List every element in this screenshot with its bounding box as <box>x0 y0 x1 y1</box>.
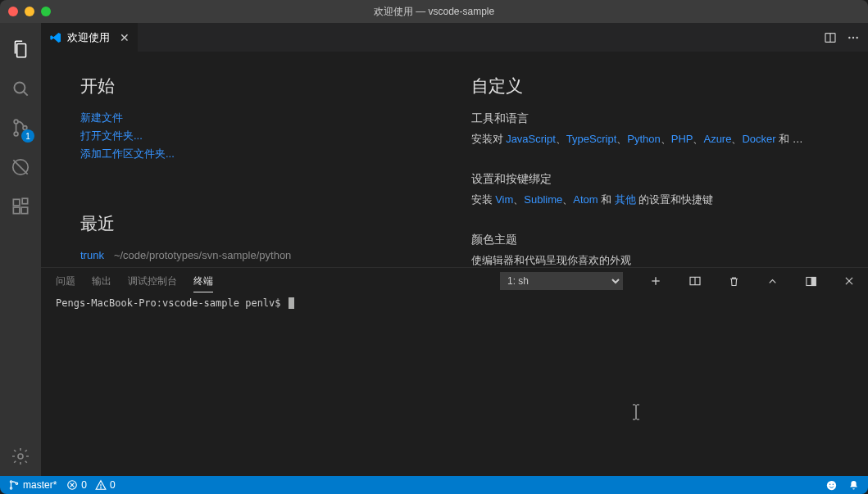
terminal-cursor <box>289 297 294 309</box>
svg-point-2 <box>14 120 18 124</box>
new-file-link[interactable]: 新建文件 <box>80 111 123 124</box>
svg-point-32 <box>101 487 102 488</box>
svg-point-35 <box>833 483 834 485</box>
svg-point-14 <box>848 36 850 38</box>
start-heading: 开始 <box>80 75 439 97</box>
close-panel-icon[interactable] <box>843 275 855 287</box>
source-control-icon[interactable]: 1 <box>0 108 41 147</box>
search-icon[interactable] <box>0 69 41 108</box>
svg-point-33 <box>827 480 836 489</box>
panel-tab-terminal[interactable]: 终端 <box>193 274 213 292</box>
split-terminal-icon[interactable] <box>688 274 702 288</box>
split-editor-icon[interactable] <box>824 31 837 44</box>
tools-link[interactable]: Docker <box>742 133 775 145</box>
tools-link[interactable]: Azure <box>703 133 731 145</box>
panel-layout-icon[interactable] <box>805 275 817 288</box>
svg-rect-10 <box>22 198 27 204</box>
window-title: 欢迎使用 — vscode-sample <box>0 5 868 19</box>
panel-tab-output[interactable]: 输出 <box>92 274 111 288</box>
window-zoom-dot[interactable] <box>41 7 51 16</box>
recent-path: ~/code/prototypes/svn-sample/python <box>114 249 291 261</box>
svg-rect-8 <box>13 207 20 214</box>
open-folder-link[interactable]: 打开文件夹... <box>80 129 143 142</box>
keymap-link[interactable]: Atom <box>573 193 598 206</box>
keymap-link[interactable]: Sublime <box>524 193 562 206</box>
svg-point-0 <box>14 82 25 93</box>
svg-point-15 <box>852 36 854 38</box>
keymap-link[interactable]: Vim <box>495 193 513 206</box>
customize-heading: 自定义 <box>471 75 829 97</box>
svg-point-25 <box>10 481 11 483</box>
tools-link[interactable]: PHP <box>671 133 693 145</box>
svg-point-11 <box>18 454 23 459</box>
svg-line-1 <box>24 92 28 96</box>
activity-bar: 1 <box>0 23 41 476</box>
keymap-subhead: 设置和按键绑定 <box>471 170 829 188</box>
text-caret-icon <box>631 404 641 420</box>
panel-up-icon[interactable] <box>766 275 779 288</box>
debug-icon[interactable] <box>0 147 41 187</box>
branch-status[interactable]: master* <box>8 479 57 491</box>
panel: 问题 输出 调试控制台 终端 1: sh <box>41 267 868 476</box>
add-workspace-link[interactable]: 添加工作区文件夹... <box>80 147 175 160</box>
svg-point-3 <box>14 132 18 136</box>
svg-rect-22 <box>811 277 816 285</box>
new-terminal-icon[interactable] <box>649 274 662 288</box>
vscode-icon <box>49 31 62 44</box>
window-minimize-dot[interactable] <box>25 7 34 16</box>
svg-point-26 <box>10 487 11 489</box>
tab-welcome[interactable]: 欢迎使用 ✕ <box>41 23 138 52</box>
panel-tab-debug[interactable]: 调试控制台 <box>128 274 177 288</box>
close-tab-icon[interactable]: ✕ <box>120 31 130 44</box>
svg-rect-7 <box>13 199 20 206</box>
kill-terminal-icon[interactable] <box>728 275 740 288</box>
tab-label: 欢迎使用 <box>67 30 110 45</box>
more-actions-icon[interactable] <box>847 31 860 44</box>
welcome-page: 开始 新建文件 打开文件夹... 添加工作区文件夹... 最近 trunk~/c… <box>41 52 868 267</box>
status-bar: master* 0 0 <box>0 476 868 494</box>
extensions-icon[interactable] <box>0 187 41 226</box>
panel-tab-problems[interactable]: 问题 <box>56 274 75 288</box>
theme-line: 使编辑器和代码呈现你喜欢的外观 <box>471 252 829 267</box>
svg-point-34 <box>829 483 831 485</box>
title-bar: 欢迎使用 — vscode-sample <box>0 0 868 23</box>
problems-status[interactable]: 0 0 <box>66 479 115 491</box>
feedback-icon[interactable] <box>825 479 838 492</box>
bell-icon[interactable] <box>848 479 860 492</box>
tools-subhead: 工具和语言 <box>471 109 829 127</box>
explorer-icon[interactable] <box>0 29 41 69</box>
tools-link[interactable]: JavaScript <box>506 133 556 145</box>
terminal-selector[interactable]: 1: sh <box>500 272 623 290</box>
keymap-other-link[interactable]: 其他 <box>615 193 636 206</box>
tools-line: 安装对 JavaScript、TypeScript、Python、PHP、Azu… <box>471 130 829 148</box>
terminal-prompt: Pengs-MacBook-Pro:vscode-sample penlv$ <box>56 297 287 309</box>
recent-name[interactable]: trunk <box>80 249 104 261</box>
window-close-dot[interactable] <box>8 7 18 16</box>
terminal-body[interactable]: Pengs-MacBook-Pro:vscode-sample penlv$ <box>41 294 868 476</box>
svg-point-16 <box>856 36 857 38</box>
settings-gear-icon[interactable] <box>0 437 41 476</box>
tools-link[interactable]: Python <box>627 133 660 145</box>
scm-badge: 1 <box>21 129 34 143</box>
editor-tab-bar: 欢迎使用 ✕ <box>41 23 868 52</box>
tools-link[interactable]: TypeScript <box>566 133 616 145</box>
recent-heading: 最近 <box>80 212 439 235</box>
keymap-line: 安装 Vim、Sublime、Atom 和 其他 的设置和快捷键 <box>471 191 829 209</box>
svg-rect-9 <box>21 207 28 214</box>
theme-subhead: 颜色主题 <box>471 230 829 248</box>
recent-item[interactable]: trunk~/code/prototypes/svn-sample/python <box>80 247 439 265</box>
